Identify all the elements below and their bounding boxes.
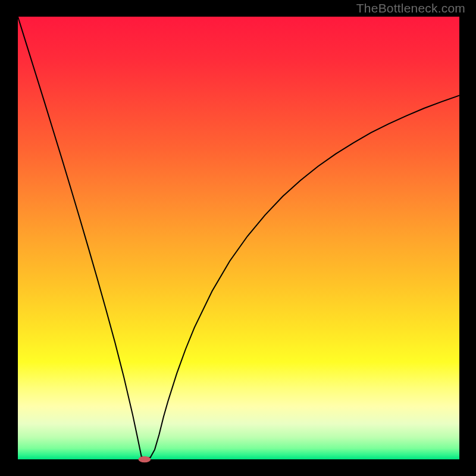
watermark-text: TheBottleneck.com (356, 1, 465, 15)
optimal-marker (139, 456, 151, 462)
chart-frame: TheBottleneck.com (0, 0, 476, 476)
plot-background (18, 17, 459, 459)
bottleneck-chart (0, 0, 476, 476)
